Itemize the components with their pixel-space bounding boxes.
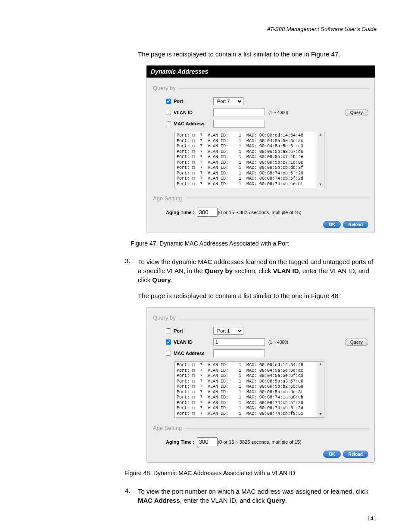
mac-label: MAC Address [174, 121, 205, 126]
age-setting-label: Age Setting [153, 425, 182, 431]
aging-time-input[interactable] [197, 208, 218, 217]
ok-button[interactable]: OK [323, 451, 341, 458]
reload-button[interactable]: Reload [343, 451, 368, 458]
query-button[interactable]: Query [345, 109, 368, 116]
step-4: 4. To view the port number on which a MA… [125, 487, 377, 505]
divider [179, 88, 368, 89]
figure-47-title: Dynamic Addresses [146, 65, 375, 78]
vlan-label: VLAN ID [174, 339, 193, 345]
vlan-input[interactable] [213, 338, 265, 346]
divider [179, 317, 368, 318]
query-by-label: Query by [153, 314, 176, 321]
aging-time-input[interactable] [197, 437, 218, 446]
step-number: 3. [125, 257, 138, 284]
aging-time-label: Aging Time : [166, 210, 194, 215]
port-label: Port [174, 99, 183, 104]
port-checkbox[interactable] [166, 328, 171, 333]
mac-list-lines: Port: □ 7 VLAN ID: 1 MAC: 00:00:cd:14:64… [177, 133, 316, 187]
step-body: To view the dynamic MAC addresses learne… [138, 257, 377, 284]
port-label: Port [174, 328, 183, 333]
page-number: 141 [43, 515, 377, 522]
figure-48-block: Query by Port Port 1 VLAN ID (1 ~ 4000 [146, 307, 375, 463]
vlan-range: (1 ~ 4000) [268, 110, 288, 115]
query-button[interactable]: Query [345, 339, 368, 346]
mac-input[interactable] [213, 120, 265, 128]
scrollbar[interactable]: ▲ ▼ [317, 362, 324, 417]
intro-paragraph-2: The page is redisplayed to contain a lis… [138, 291, 377, 300]
port-checkbox[interactable] [166, 99, 171, 104]
divider [185, 198, 368, 199]
reload-button[interactable]: Reload [343, 221, 368, 228]
scrollbar[interactable]: ▲ ▼ [317, 132, 324, 188]
query-by-label: Query by [153, 85, 176, 91]
figure-47-caption: Figure 47. Dynamic MAC Addresses Associa… [43, 240, 377, 247]
scroll-up-icon[interactable]: ▲ [319, 133, 321, 137]
scroll-down-icon[interactable]: ▼ [319, 413, 321, 417]
aging-time-label: Aging Time : [166, 439, 194, 445]
vlan-range: (1 ~ 4000) [268, 340, 288, 345]
ok-button[interactable]: OK [323, 221, 341, 228]
mac-label: MAC Address [174, 351, 205, 356]
aging-range: (0 or 15 ~ 3825 seconds, multiple of 15) [218, 210, 301, 215]
step-body: To view the port number on which a MAC a… [138, 487, 377, 505]
aging-range: (0 or 15 ~ 3825 seconds, multiple of 15) [218, 439, 301, 445]
mac-list-lines: Port: □ 7 VLAN ID: 1 MAC: 00:00:cd:14:64… [177, 363, 316, 417]
mac-address-list: Port: □ 7 VLAN ID: 1 MAC: 00:00:cd:14:64… [174, 132, 324, 188]
mac-input[interactable] [213, 349, 265, 357]
vlan-input[interactable] [213, 109, 265, 116]
divider [185, 428, 368, 429]
port-select[interactable]: Port 7 [213, 97, 243, 105]
vlan-checkbox[interactable] [166, 110, 171, 115]
age-setting-label: Age Setting [153, 195, 182, 202]
figure-47-block: Dynamic Addresses Query by Port Port 7 V… [146, 65, 375, 233]
scroll-down-icon[interactable]: ▼ [319, 183, 321, 187]
vlan-checkbox[interactable] [166, 339, 171, 345]
port-select[interactable]: Port 1 [213, 327, 243, 335]
vlan-label: VLAN ID [174, 110, 193, 115]
mac-address-list: Port: □ 7 VLAN ID: 1 MAC: 00:00:cd:14:64… [174, 361, 324, 418]
figure-48-caption: Figure 48. Dynamic MAC Addresses Associa… [43, 470, 377, 476]
mac-checkbox[interactable] [166, 121, 171, 126]
step-3: 3. To view the dynamic MAC addresses lea… [125, 257, 377, 284]
document-header: AT-S88 Management Software User's Guide [43, 26, 377, 32]
intro-paragraph-1: The page is redisplayed to contain a lis… [138, 50, 377, 59]
step-number: 4. [125, 487, 138, 505]
scroll-up-icon[interactable]: ▲ [319, 363, 321, 367]
mac-checkbox[interactable] [166, 351, 171, 356]
